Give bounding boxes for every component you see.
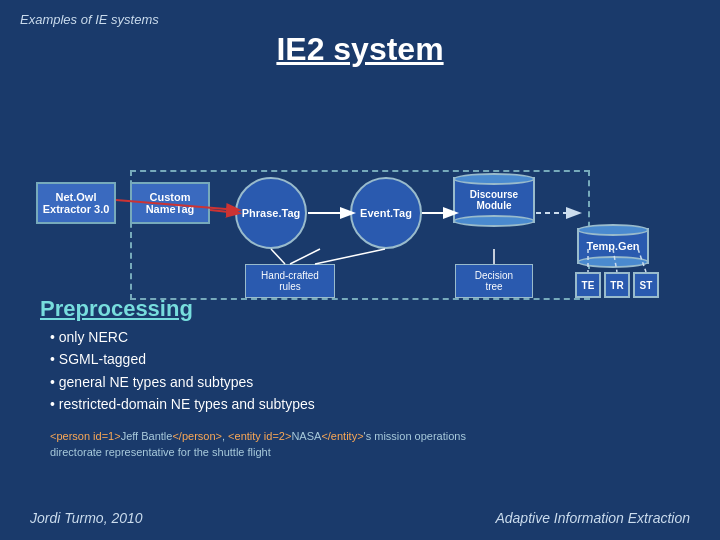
discourse-module-box: Discourse Module — [453, 177, 535, 223]
footer-left: Jordi Turmo, 2010 — [30, 510, 143, 526]
slide: Examples of IE systems IE2 system Net.Ow… — [0, 0, 720, 540]
svg-line-7 — [290, 249, 320, 264]
preprocessing-title: Preprocessing — [40, 296, 700, 322]
te-box: TE — [575, 272, 601, 298]
svg-line-6 — [315, 249, 385, 264]
svg-line-1 — [210, 210, 238, 213]
tr-box: TR — [604, 272, 630, 298]
code-rest: 's mission operations — [364, 430, 466, 442]
code-entity-close: </entity> — [321, 430, 363, 442]
tempgen-box: Temp.Gen — [577, 228, 649, 264]
subtitle: Examples of IE systems — [20, 12, 700, 27]
st-box: ST — [633, 272, 659, 298]
main-title: IE2 system — [20, 31, 700, 68]
cylinder-bottom — [453, 215, 535, 227]
code-line2: directorate representative for the shutt… — [50, 446, 271, 458]
cylinder-top — [453, 173, 535, 185]
svg-line-5 — [271, 249, 285, 264]
decision-tree-box: Decision tree — [455, 264, 533, 298]
code-entity-tag: <entity id=2> — [228, 430, 291, 442]
cylinder-top — [577, 224, 649, 236]
preprocessing-list: only NERC SGML-tagged general NE types a… — [50, 326, 700, 416]
cylinder-bottom — [577, 256, 649, 268]
code-example: <person id=1>Jeff Bantle</person>, <enti… — [50, 428, 700, 461]
list-item: restricted-domain NE types and subtypes — [50, 393, 700, 415]
event-tag-circle: Event.Tag — [350, 177, 422, 249]
phrase-tag-circle: Phrase.Tag — [235, 177, 307, 249]
hand-crafted-box: Hand-crafted rules — [245, 264, 335, 298]
list-item: general NE types and subtypes — [50, 371, 700, 393]
netowl-box: Net.Owl Extractor 3.0 — [36, 182, 116, 224]
code-entity-name: NASA — [291, 430, 321, 442]
custom-nametag-box: Custom NameTag — [130, 182, 210, 224]
footer: Jordi Turmo, 2010 Adaptive Information E… — [30, 510, 690, 526]
code-name: Jeff Bantle — [121, 430, 173, 442]
code-person-tag: <person id=1> — [50, 430, 121, 442]
footer-right: Adaptive Information Extraction — [495, 510, 690, 526]
list-item: only NERC — [50, 326, 700, 348]
code-person-close: </person> — [172, 430, 222, 442]
list-item: SGML-tagged — [50, 348, 700, 370]
